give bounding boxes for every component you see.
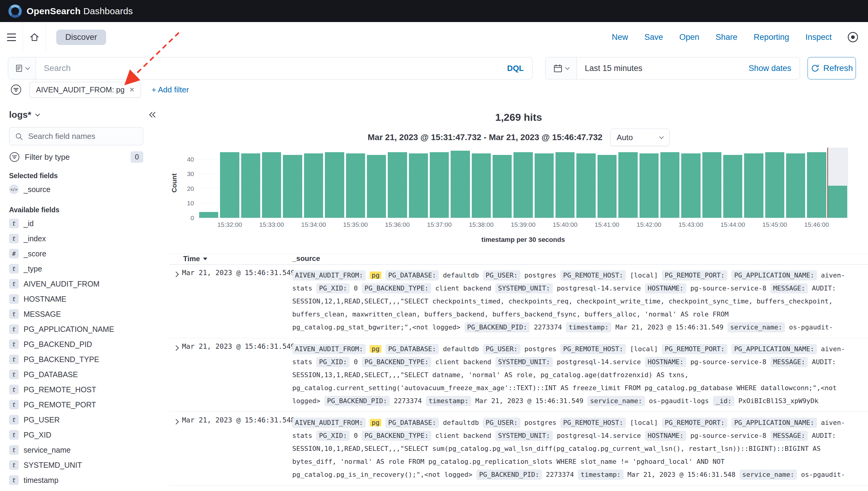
source-field-value: [local] (630, 345, 658, 353)
x-axis-tick-label: 15:40:00 (553, 221, 577, 228)
field-item[interactable]: t_id (0, 216, 169, 231)
field-item[interactable]: tPG_APPLICATION_NAME (0, 322, 169, 337)
source-field-name: service_name: (739, 469, 797, 480)
refresh-button[interactable]: Refresh (808, 57, 856, 80)
histogram-bar[interactable] (451, 151, 470, 218)
field-item[interactable]: tPG_REMOTE_PORT (0, 397, 169, 412)
histogram-bar[interactable] (346, 153, 365, 218)
histogram-bar[interactable] (744, 153, 763, 218)
source-field-value: pg-source-service-8 (690, 432, 766, 439)
histogram-bar[interactable] (807, 152, 826, 218)
add-filter-button[interactable]: + Add filter (150, 85, 191, 95)
histogram-bar[interactable] (828, 186, 847, 218)
histogram-bar[interactable] (576, 153, 595, 218)
sort-by-time-button[interactable]: Time (181, 254, 209, 263)
histogram-plot[interactable] (198, 148, 848, 218)
histogram-bar[interactable] (535, 153, 554, 218)
chevron-down-icon (565, 65, 570, 70)
histogram-bar[interactable] (640, 153, 658, 218)
source-field-name: PG_DATABASE: (385, 344, 439, 354)
nav-menu-button[interactable] (0, 22, 23, 52)
user-menu-button[interactable] (847, 31, 859, 43)
filter-icon (10, 84, 22, 95)
histogram-bar[interactable] (618, 152, 638, 218)
histogram-bar[interactable] (660, 152, 679, 218)
field-item[interactable]: tAIVEN_AUDIT_FROM (0, 276, 169, 291)
histogram-bar[interactable] (388, 152, 407, 218)
toolbar-action-open[interactable]: Open (679, 33, 699, 42)
x-axis-tick-label: 15:44:00 (721, 221, 745, 228)
breadcrumb-discover[interactable]: Discover (56, 30, 106, 45)
field-name-label: PG_USER (24, 415, 59, 424)
histogram-bar[interactable] (283, 155, 302, 218)
toolbar-action-reporting[interactable]: Reporting (754, 33, 789, 42)
histogram-bar[interactable] (241, 153, 260, 218)
field-item[interactable]: #_score (0, 246, 169, 261)
histogram-bar[interactable] (409, 153, 428, 218)
histogram-bar[interactable] (220, 152, 239, 218)
field-item[interactable]: tSYSTEMD_UNIT (0, 458, 169, 472)
home-button[interactable] (23, 22, 46, 52)
field-item[interactable]: tPG_USER (0, 412, 169, 427)
field-item[interactable]: t_type (0, 261, 169, 276)
field-item[interactable]: tMESSAGE (0, 307, 169, 322)
toolbar-action-share[interactable]: Share (716, 33, 737, 42)
expand-row-button[interactable] (170, 269, 181, 280)
dql-button[interactable]: DQL (499, 64, 532, 73)
histogram-bar[interactable] (514, 152, 533, 218)
field-item[interactable]: tPG_DATABASE (0, 367, 169, 382)
expand-row-button[interactable] (170, 416, 181, 427)
time-cell: Mar 21, 2023 @ 15:46:31.549 (181, 269, 292, 338)
expand-row-button[interactable] (170, 342, 181, 353)
field-item[interactable]: tHOSTNAME (0, 291, 169, 307)
histogram-bar[interactable] (367, 155, 386, 218)
filter-options-button[interactable] (10, 84, 22, 95)
histogram-bar[interactable] (199, 212, 218, 218)
field-search-input[interactable] (9, 127, 143, 145)
histogram-bar[interactable] (597, 155, 617, 218)
histogram-bar[interactable] (681, 153, 700, 218)
field-item[interactable]: tPG_REMOTE_HOST (0, 382, 169, 397)
histogram-bar[interactable] (325, 152, 344, 218)
field-name-label: MESSAGE (24, 310, 61, 319)
selected-fields-heading: Selected fields (9, 172, 160, 180)
field-name-label: PG_DATABASE (24, 370, 78, 379)
field-item[interactable]: tservice_name (0, 442, 169, 458)
field-item[interactable]: tPG_BACKEND_PID (0, 337, 169, 352)
field-item[interactable]: t_index (0, 231, 169, 246)
histogram-bar[interactable] (304, 153, 323, 218)
source-field-name: PG_APPLICATION_NAME: (731, 417, 817, 428)
histogram-bar[interactable] (723, 155, 742, 218)
date-picker-menu-button[interactable] (545, 57, 577, 79)
saved-query-menu-button[interactable] (8, 57, 36, 79)
index-pattern-selector[interactable]: logs* (9, 110, 39, 120)
histogram-bar[interactable] (765, 152, 784, 218)
histogram-bar[interactable] (430, 152, 449, 218)
histogram-bar[interactable] (493, 155, 512, 218)
show-dates-button[interactable]: Show dates (747, 63, 800, 74)
histogram-bar[interactable] (262, 152, 281, 218)
remove-filter-icon[interactable]: × (129, 85, 134, 94)
field-item[interactable]: ttimestamp (0, 472, 169, 488)
histogram-bar[interactable] (786, 153, 805, 218)
field-item[interactable]: tPG_XID (0, 427, 169, 442)
histogram-bar[interactable] (472, 153, 491, 218)
toolbar-action-new[interactable]: New (612, 33, 628, 42)
source-field-name: AIVEN_AUDIT_FROM: (292, 270, 366, 281)
field-item[interactable]: </>_source (0, 182, 169, 197)
interval-select[interactable]: Auto (610, 128, 670, 146)
source-field-value: client backend (435, 285, 491, 292)
source-field-value: os-pgaudit-logs (649, 397, 709, 405)
histogram-bar[interactable] (555, 152, 574, 218)
opensearch-logo[interactable]: OpenSearchDashboards (8, 4, 133, 18)
toolbar-action-inspect[interactable]: Inspect (806, 33, 832, 42)
brand-secondary: Dashboards (83, 6, 133, 16)
time-range-value[interactable]: Last 15 minutes (577, 64, 643, 73)
collapse-sidebar-button[interactable] (146, 110, 159, 120)
histogram-bar[interactable] (702, 152, 722, 218)
toolbar-action-save[interactable]: Save (644, 33, 663, 42)
filter-by-type-button[interactable]: Filter by type 0 (9, 151, 143, 163)
search-input[interactable] (36, 63, 499, 73)
filter-pill-aiven-audit-from[interactable]: AIVEN_AUDIT_FROM: pg × (30, 82, 141, 97)
field-item[interactable]: tPG_BACKEND_TYPE (0, 352, 169, 367)
